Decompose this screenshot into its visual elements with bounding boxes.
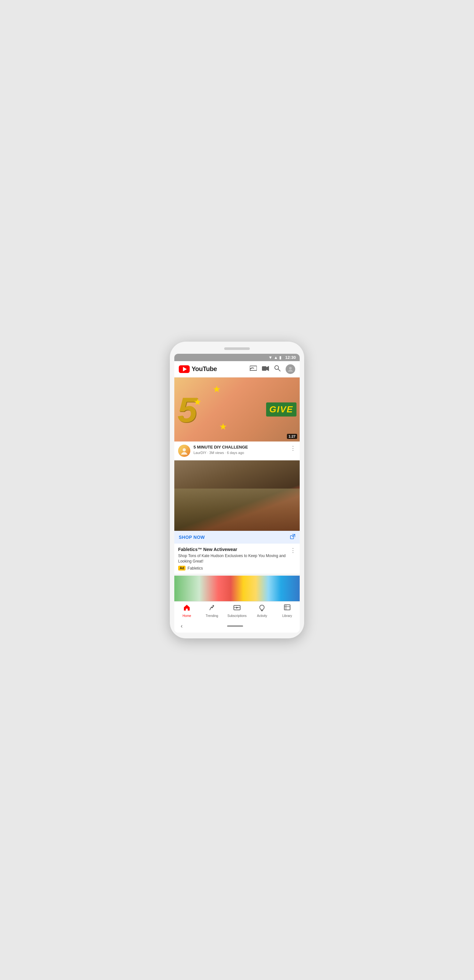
- svg-point-4: [275, 366, 279, 369]
- svg-rect-16: [284, 605, 290, 610]
- subscriptions-icon: [233, 604, 241, 613]
- home-pill[interactable]: [227, 625, 243, 627]
- video-info: 5 MINUTE DIY CHALLENGE LaurDIY · 3M view…: [193, 445, 287, 455]
- nav-item-library[interactable]: Library: [275, 604, 300, 617]
- svg-point-1: [250, 370, 250, 371]
- partial-video-thumbnail[interactable]: [174, 576, 300, 601]
- view-count: 3M views: [209, 451, 224, 455]
- channel-avatar-inner: [178, 445, 190, 457]
- trending-icon: [209, 604, 216, 613]
- trending-label: Trending: [206, 614, 218, 617]
- activity-icon: [258, 604, 265, 613]
- subscriptions-label: Subscriptions: [227, 614, 247, 617]
- star-icon-2: ★: [193, 397, 201, 407]
- channel-avatar: [178, 445, 190, 457]
- svg-line-5: [278, 369, 280, 371]
- nav-item-trending[interactable]: Trending: [199, 604, 224, 617]
- ad-section: SHOP NOW Fabletics™ New Activewear Shop …: [174, 460, 300, 576]
- ad-more-icon[interactable]: ⋮: [287, 547, 296, 554]
- nav-item-activity[interactable]: Activity: [249, 604, 274, 617]
- bottom-nav: Home Trending: [174, 601, 300, 619]
- svg-point-7: [182, 448, 186, 452]
- battery-icon: ▮: [279, 355, 281, 360]
- search-icon[interactable]: [274, 365, 281, 373]
- phone-frame: ▼ ▲ ▮ 12:30 YouTube: [170, 342, 304, 639]
- ad-info: Fabletics™ New Activewear Shop Tons of K…: [174, 544, 300, 574]
- phone-notch: [224, 347, 250, 350]
- channel-name: LaurDIY: [193, 451, 206, 455]
- ad-source: Fabletics: [187, 566, 203, 571]
- nav-item-subscriptions[interactable]: Subscriptions: [225, 604, 249, 617]
- ad-thumbnail[interactable]: [174, 460, 300, 531]
- duration-badge: 1:27: [287, 434, 297, 439]
- shop-now-text[interactable]: SHOP NOW: [179, 535, 205, 540]
- home-icon: [183, 604, 190, 613]
- ad-text-block: Fabletics™ New Activewear Shop Tons of K…: [178, 547, 287, 571]
- youtube-logo: YouTube: [179, 365, 250, 373]
- back-button[interactable]: ‹: [181, 623, 182, 629]
- ad-badge-row: Ad Fabletics: [178, 566, 287, 571]
- svg-rect-2: [262, 366, 266, 371]
- signal-icon: ▲: [274, 355, 278, 360]
- svg-marker-12: [236, 607, 239, 609]
- status-time: 12:30: [285, 355, 296, 360]
- svg-point-6: [289, 367, 292, 369]
- nav-item-home[interactable]: Home: [174, 604, 199, 617]
- video-thumbnail[interactable]: 5 ★ ★ ★ GIVE 1:27: [174, 377, 300, 442]
- youtube-logo-icon: [179, 365, 190, 373]
- video-more-icon[interactable]: ⋮: [287, 445, 296, 452]
- external-link-icon: [290, 534, 295, 541]
- ad-person-image: [174, 460, 300, 531]
- home-label: Home: [182, 614, 191, 617]
- cast-icon[interactable]: [250, 365, 257, 373]
- star-icon-3: ★: [219, 421, 227, 432]
- ad-badge: Ad: [178, 566, 185, 571]
- nav-bar: ‹: [174, 619, 300, 633]
- video-age: 6 days ago: [227, 451, 244, 455]
- thumb-giveaway-text: GIVE: [266, 402, 296, 417]
- youtube-play-triangle: [183, 367, 187, 371]
- video-title: 5 MINUTE DIY CHALLENGE: [193, 445, 287, 450]
- shop-now-bar[interactable]: SHOP NOW: [174, 531, 300, 544]
- ad-description: Shop Tons of Kate Hudson Exclusives to K…: [178, 553, 287, 564]
- video-subtitle: LaurDIY · 3M views · 6 days ago: [193, 451, 287, 455]
- partial-thumb-inner: [174, 576, 300, 601]
- svg-point-10: [211, 607, 213, 608]
- activity-label: Activity: [257, 614, 267, 617]
- video-meta: 5 MINUTE DIY CHALLENGE LaurDIY · 3M view…: [174, 442, 300, 460]
- star-icon-1: ★: [213, 384, 221, 395]
- phone-screen: ▼ ▲ ▮ 12:30 YouTube: [174, 354, 300, 633]
- thumb-content: 5 ★ ★ ★ GIVE: [174, 377, 300, 442]
- status-bar: ▼ ▲ ▮ 12:30: [174, 354, 300, 361]
- youtube-logo-text: YouTube: [192, 365, 217, 373]
- status-icons: ▼ ▲ ▮: [268, 355, 281, 360]
- header-icons: [250, 364, 295, 374]
- wifi-icon: ▼: [268, 355, 273, 360]
- ad-bg-grass: [174, 488, 300, 531]
- library-icon: [284, 604, 291, 613]
- video-camera-icon[interactable]: [262, 365, 269, 373]
- youtube-header: YouTube: [174, 361, 300, 377]
- ad-title: Fabletics™ New Activewear: [178, 547, 287, 552]
- thumb-number: 5: [178, 389, 197, 430]
- svg-marker-3: [266, 366, 269, 371]
- account-avatar[interactable]: [285, 364, 295, 374]
- library-label: Library: [282, 614, 292, 617]
